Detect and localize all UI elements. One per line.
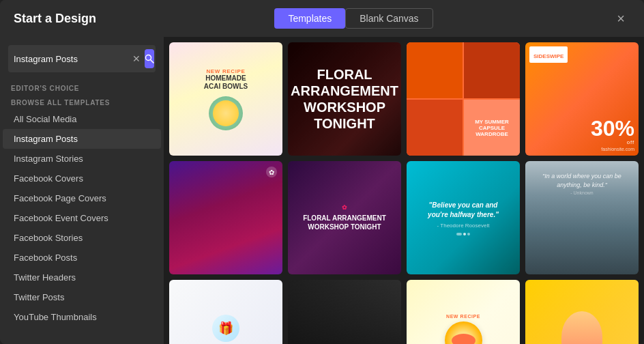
template-card-woman-smile[interactable]: [525, 280, 639, 344]
template-flowers-icon: ✿: [266, 167, 277, 177]
tab-templates[interactable]: Templates: [274, 8, 345, 29]
sidebar-item-facebook-stories[interactable]: Facebook Stories: [3, 228, 161, 248]
fashion-grid-cell-4: MY SUMMER CAPSULE WARDROBE: [464, 100, 520, 156]
template-card-believe-quote[interactable]: "Believe you can and you're halfway ther…: [407, 161, 520, 274]
modal-overlay: Start a Design Templates Blank Canvas × …: [0, 0, 644, 344]
sidebar-item-instagram-stories[interactable]: Instagram Stories: [3, 149, 161, 169]
template-floral-dark-icon: ✿: [342, 204, 347, 211]
search-submit-button[interactable]: [145, 49, 154, 68]
sidebar-section-editors-choice: Editor's Choice: [0, 81, 164, 95]
search-clear-button[interactable]: ✕: [132, 54, 141, 63]
sidebar-item-instagram-posts[interactable]: Instagram Posts: [3, 129, 161, 149]
svg-line-1: [151, 60, 154, 63]
sidebar-item-facebook-event-covers[interactable]: Facebook Event Covers: [3, 208, 161, 228]
sidebar: ✕ Editor's Choice Browse All Templates A…: [0, 37, 164, 344]
template-giveaway-content: 🎁 giveaway: [199, 280, 252, 344]
templates-grid: New Recipe HOMEMADEACAI BOWLS FLORALARRA…: [169, 42, 639, 344]
sidebar-section-browse-all: Browse All Templates: [0, 95, 164, 109]
template-card-mountains-quote[interactable]: "In a world where you can be anything, b…: [525, 161, 639, 274]
modal-title: Start a Design: [14, 12, 96, 26]
template-new-recipe-tag: New Recipe: [206, 68, 245, 74]
fashion-grid-cell-3: [407, 100, 463, 156]
search-input[interactable]: [14, 54, 128, 64]
template-card-flowers[interactable]: ✿: [169, 161, 282, 274]
search-bar: ✕: [8, 45, 156, 72]
template-card-food-bowl-2[interactable]: New Recipe: [407, 280, 520, 344]
header-tabs: Templates Blank Canvas: [274, 8, 433, 29]
template-food-bowl-content: New Recipe: [407, 280, 520, 344]
template-mountains-content: "In a world where you can be anything, b…: [531, 167, 633, 201]
template-card-floral-workshop[interactable]: FLORALARRANGEMENTWORKSHOPTONIGHT: [288, 42, 401, 156]
sidebar-item-all-social-media[interactable]: All Social Media: [3, 109, 161, 129]
close-button[interactable]: ×: [611, 9, 630, 28]
sidebar-item-twitter-headers[interactable]: Twitter Headers: [3, 268, 161, 287]
sidebar-item-facebook-posts[interactable]: Facebook Posts: [3, 248, 161, 268]
sidebar-item-twitter-posts[interactable]: Twitter Posts: [3, 287, 161, 307]
template-card-acai-bowl[interactable]: New Recipe HOMEMADEACAI BOWLS: [169, 42, 282, 156]
fashion-grid-cell-1: [407, 42, 463, 98]
template-woman-content: [525, 280, 639, 344]
template-card-floral-dark-2[interactable]: ✿ Floral ArrangementWorkshop Tonight: [288, 161, 401, 274]
template-card-music-festival[interactable]: Laurel Park Summer Music Festival ALL AG…: [288, 280, 401, 344]
template-card-giveaway[interactable]: 🎁 giveaway: [169, 280, 282, 344]
template-card-sale-fashion[interactable]: SIDESWIPE 30% off fashionsite.com: [525, 42, 639, 156]
template-believe-content: "Believe you can and you're halfway ther…: [412, 192, 514, 244]
template-acai-title: HOMEMADEACAI BOWLS: [204, 74, 248, 91]
modal-body: ✕ Editor's Choice Browse All Templates A…: [0, 37, 644, 344]
template-floral-text: FLORALARRANGEMENTWORKSHOPTONIGHT: [288, 42, 401, 156]
template-floral-dark-title: Floral ArrangementWorkshop Tonight: [303, 214, 386, 231]
sidebar-item-youtube-thumbnails[interactable]: YouTube Thumbnails: [3, 307, 161, 327]
content-area: New Recipe HOMEMADEACAI BOWLS FLORALARRA…: [164, 37, 644, 344]
modal: Start a Design Templates Blank Canvas × …: [0, 0, 644, 344]
modal-header: Start a Design Templates Blank Canvas ×: [0, 0, 644, 37]
fashion-discount: 30% off fashionsite.com: [587, 113, 639, 156]
fashion-sale-tag: SIDESWIPE: [529, 46, 568, 63]
sidebar-item-facebook-covers[interactable]: Facebook Covers: [3, 169, 161, 188]
fashion-grid-cell-2: [464, 42, 520, 98]
sidebar-item-facebook-page-covers[interactable]: Facebook Page Covers: [3, 188, 161, 208]
template-card-fashion-grid[interactable]: MY SUMMER CAPSULE WARDROBE: [407, 42, 520, 156]
search-icon: [145, 54, 154, 63]
tab-blank-canvas[interactable]: Blank Canvas: [345, 8, 433, 29]
